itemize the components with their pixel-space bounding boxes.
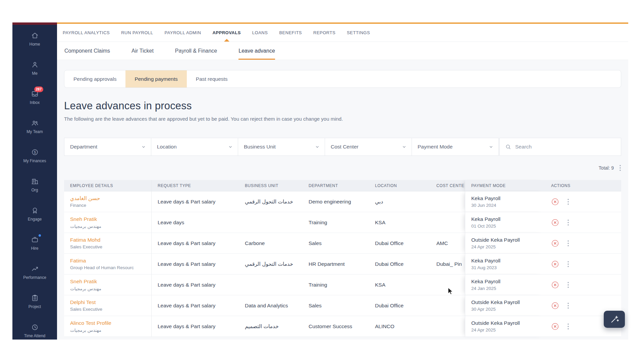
employee-name-link[interactable]: Fatima [70, 258, 148, 264]
tab-payroll-admin[interactable]: PAYROLL ADMIN [159, 24, 207, 42]
column-header-cost-center: COST CENTE [430, 180, 465, 191]
clipboard-icon [31, 294, 39, 302]
table-row: Fatima Mohd Sales Executive Leave days &… [64, 233, 621, 254]
main-area: PAYROLL ANALYTICS RUN PAYROLL PAYROLL AD… [57, 24, 628, 340]
search-box[interactable] [499, 138, 621, 156]
column-header-actions: ACTIONS [545, 180, 621, 191]
tab-loans[interactable]: LOANS [247, 24, 274, 42]
employee-designation: مهندس برمجيات [70, 286, 148, 291]
table-row: Delphi Test Sales Executive Leave days &… [64, 295, 621, 316]
employee-designation: Finance [70, 203, 148, 208]
sidebar-item-inbox[interactable]: 287 Inbox [12, 90, 57, 119]
cell-business-unit [239, 275, 303, 295]
employee-name-link[interactable]: Sneh Pratik [70, 279, 148, 285]
cell-request-type: Leave days & Part salary [152, 316, 239, 337]
filter-cost-center[interactable]: Cost Center [325, 138, 412, 156]
payment-date: 30 Jun 2024 [471, 203, 542, 208]
tab-run-payroll[interactable]: RUN PAYROLL [115, 24, 159, 42]
employee-name-link[interactable]: Alinco Test Profile [70, 320, 148, 326]
reject-button[interactable] [551, 302, 559, 310]
row-menu-kebab-icon[interactable] [567, 282, 569, 288]
sidebar-item-time-attend[interactable]: Time Attend [12, 323, 57, 340]
row-menu-kebab-icon[interactable] [567, 240, 569, 247]
cell-location: Dubai Office [369, 295, 430, 316]
cell-department: Demo engineering [303, 191, 369, 212]
payment-date: 30 Apr 2025 [471, 307, 542, 312]
subtab-payroll-finance[interactable]: Payroll & Finance [175, 42, 217, 60]
cell-location: دبي [369, 191, 430, 212]
row-menu-kebab-icon[interactable] [567, 261, 569, 267]
cell-request-type: Leave days & Part salary [152, 191, 239, 212]
cell-payment-mode: Outside Keka Payroll 30 Apr 2025 [465, 295, 545, 316]
payment-mode-text: Outside Keka Payroll [471, 320, 542, 326]
tab-approvals[interactable]: APPROVALS [207, 24, 246, 42]
sidebar-item-me[interactable]: Me [12, 61, 57, 90]
table-options-kebab-icon[interactable] [619, 165, 621, 171]
tab-pending-approvals[interactable]: Pending approvals [64, 70, 125, 87]
cell-actions [545, 212, 621, 233]
filter-department[interactable]: Department [64, 138, 151, 156]
row-menu-kebab-icon[interactable] [567, 323, 569, 330]
row-menu-kebab-icon[interactable] [567, 198, 569, 205]
subtab-leave-advance[interactable]: Leave advance [238, 42, 275, 60]
employee-name-link[interactable]: Sneh Pratik [70, 216, 148, 222]
tab-pending-payments[interactable]: Pending payments [125, 70, 186, 87]
filter-payment-mode[interactable]: Payment Mode [412, 138, 499, 156]
employee-name-link[interactable]: حسن الغامدي [70, 195, 148, 201]
cell-actions [545, 254, 621, 275]
sidebar-item-label: Engage [28, 217, 42, 222]
payment-mode-text: Outside Keka Payroll [471, 299, 542, 305]
sidebar-item-hire[interactable]: Hire [12, 236, 57, 265]
cell-cost-center [430, 191, 465, 212]
employee-designation: مهندس برمجيات [70, 327, 148, 333]
cell-actions [545, 233, 621, 254]
sub-navigation: Component Claims Air Ticket Payroll & Fi… [57, 42, 628, 60]
cell-cost-center: Dubai_ Pin [430, 254, 465, 275]
sidebar-item-home[interactable]: Home [12, 32, 57, 61]
filter-business-unit[interactable]: Business Unit [238, 138, 325, 156]
ai-assistant-fab[interactable] [604, 311, 625, 328]
employee-designation: Sales Executive [70, 244, 148, 249]
sidebar-item-my-finances[interactable]: $ My Finances [12, 148, 57, 177]
cell-location: Dubai Office [369, 233, 430, 254]
cell-business-unit: خدمات التصميم [239, 316, 303, 337]
employee-name-link[interactable]: Delphi Test [70, 299, 148, 305]
filter-bar: Department Location Business Unit Cost C… [64, 138, 621, 156]
search-input[interactable] [515, 143, 615, 150]
orange-top-strip [57, 22, 628, 24]
sidebar-item-label: Project [29, 304, 41, 309]
tab-payroll-analytics[interactable]: PAYROLL ANALYTICS [57, 24, 115, 42]
tab-settings[interactable]: SETTINGS [341, 24, 376, 42]
reject-button[interactable] [551, 219, 559, 227]
reject-button[interactable] [551, 260, 559, 268]
subtab-air-ticket[interactable]: Air Ticket [131, 42, 154, 60]
sidebar-item-performance[interactable]: Performance [12, 265, 57, 294]
tab-past-requests[interactable]: Past requests [187, 70, 237, 87]
sidebar-item-engage[interactable]: Engage [12, 206, 57, 236]
sidebar-item-project[interactable]: Project [12, 294, 57, 323]
total-count: Total: 9 [599, 165, 614, 171]
payment-mode-text: Keka Payroll [471, 216, 542, 222]
home-icon [31, 32, 39, 40]
sidebar-item-my-team[interactable]: My Team [12, 119, 57, 148]
sidebar-item-label: My Team [26, 129, 43, 134]
subtab-component-claims[interactable]: Component Claims [64, 42, 110, 60]
cell-department: Sales [303, 233, 369, 254]
cell-request-type: Leave days [152, 212, 239, 233]
reject-button[interactable] [551, 322, 559, 330]
employee-name-link[interactable]: Fatima Mohd [70, 237, 148, 243]
cell-department: Training [303, 212, 369, 233]
reject-button[interactable] [551, 198, 559, 206]
tab-benefits[interactable]: BENEFITS [273, 24, 308, 42]
filter-label: Cost Center [331, 144, 359, 150]
cell-department: HR Department [303, 254, 369, 275]
reject-button[interactable] [551, 281, 559, 289]
sidebar-item-org[interactable]: Org [12, 177, 57, 206]
row-menu-kebab-icon[interactable] [567, 219, 569, 226]
payment-date: 31 Aug 2023 [471, 265, 542, 270]
row-menu-kebab-icon[interactable] [567, 302, 569, 309]
cell-business-unit: خدمات التحول الرقمي [239, 191, 303, 212]
reject-button[interactable] [551, 239, 559, 247]
filter-location[interactable]: Location [151, 138, 238, 156]
tab-reports[interactable]: REPORTS [308, 24, 341, 42]
